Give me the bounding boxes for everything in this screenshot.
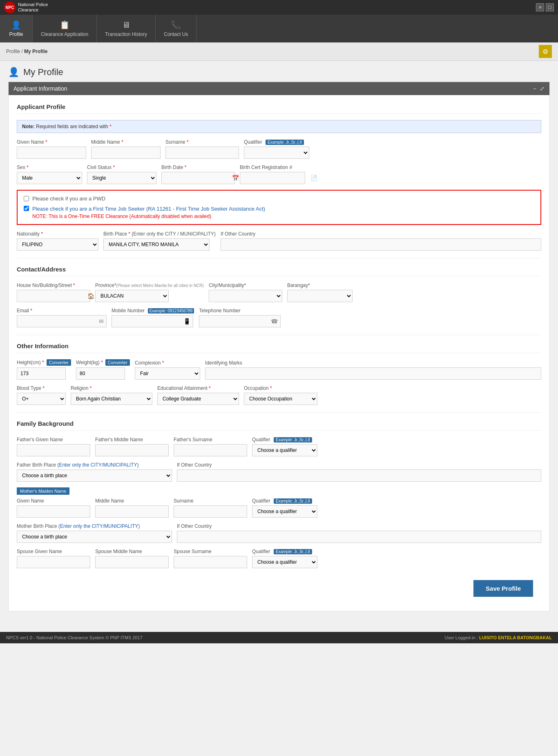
middle-name-input[interactable] xyxy=(91,147,161,159)
footer-bar: NPCS ver1.0 - National Police Clearance … xyxy=(0,632,558,643)
mother-qualifier-label: Qualifier Example: Jr.,Sr.,I,II xyxy=(252,498,317,504)
birth-date-input[interactable] xyxy=(162,172,230,184)
mobile-group: Mobile Number Example: 09123456789 📱 xyxy=(112,308,194,327)
divider-2 xyxy=(17,335,541,335)
father-given-name-input[interactable] xyxy=(17,444,90,456)
card-title: Applicant Information xyxy=(13,85,67,92)
mother-birthplace-row: Mother Birth Place (Enter only the CITY/… xyxy=(17,523,541,543)
given-name-input[interactable] xyxy=(17,147,86,159)
other-country-input[interactable] xyxy=(221,238,541,251)
province-select[interactable]: BULACAN METRO MANILA xyxy=(95,290,169,302)
province-group: Province*(Please select Metro Manila for… xyxy=(95,282,204,302)
mother-given-name-input[interactable] xyxy=(17,505,90,518)
barangay-select[interactable] xyxy=(287,290,353,302)
spouse-given-name-input[interactable] xyxy=(17,556,90,568)
educational-attainment-select[interactable]: College Graduate High School Graduate El… xyxy=(157,393,239,405)
mother-other-country-input[interactable] xyxy=(177,531,541,543)
pwd-checkbox[interactable] xyxy=(24,196,29,201)
breadcrumb-bar: Profile / My Profile ⚙ xyxy=(0,42,558,61)
breadcrumb-parent[interactable]: Profile xyxy=(6,49,20,54)
father-birth-place-select[interactable]: Choose a birth place xyxy=(17,469,172,482)
birth-place-group: Birth Place * (Enter only the CITY / MUN… xyxy=(103,231,216,251)
father-qualifier-group: Qualifier Example: Jr.,Sr.,I,II Choose a… xyxy=(252,437,317,456)
father-surname-label: Father's Surname xyxy=(174,437,247,442)
ftjs-checkbox[interactable] xyxy=(24,206,29,211)
birth-cert-input[interactable] xyxy=(240,172,308,184)
nav-history[interactable]: 🖥 Transaction History xyxy=(97,15,156,42)
mother-birth-place-select[interactable]: Choose a birth place xyxy=(17,531,172,543)
middle-name-label: Middle Name * xyxy=(91,139,161,145)
spouse-qualifier-select[interactable]: Choose a qualifier Jr. Sr. I II xyxy=(252,556,317,568)
mother-given-name-group: Given Name xyxy=(17,498,90,518)
birth-place-select[interactable]: MANILA CITY, METRO MANILA xyxy=(103,238,210,251)
telephone-input[interactable] xyxy=(199,316,268,327)
nav-clearance[interactable]: 📋 Clearance Application xyxy=(33,15,97,42)
applicant-profile-title: Applicant Profile xyxy=(17,103,541,114)
nationality-select[interactable]: FILIPINO FOREIGNER xyxy=(17,238,98,251)
pwd-label[interactable]: Please check if you are a PWD xyxy=(32,196,105,202)
telephone-input-wrapper: ☎ xyxy=(199,315,281,327)
history-icon: 🖥 xyxy=(122,20,130,30)
height-group: Height(cm) * Converter xyxy=(17,359,71,380)
civil-status-select[interactable]: Single Married Widowed Separated xyxy=(87,172,156,184)
father-qualifier-select[interactable]: Choose a qualifier Jr. Sr. I II xyxy=(252,444,317,456)
restore-btn[interactable]: ☐ xyxy=(546,3,554,11)
save-profile-button[interactable]: Save Profile xyxy=(473,580,533,597)
minimize-btn[interactable]: − xyxy=(533,85,536,92)
close-btn[interactable]: ✕ xyxy=(536,3,544,11)
city-municipality-select[interactable] xyxy=(209,290,282,302)
identifying-marks-label: Identifying Marks xyxy=(205,360,541,366)
mother-middle-name-input[interactable] xyxy=(95,505,169,518)
religion-select[interactable]: Born Again Christian Catholic Islam Othe… xyxy=(71,393,152,405)
mobile-input[interactable] xyxy=(112,316,181,327)
father-middle-name-input[interactable] xyxy=(95,444,169,456)
divider-3 xyxy=(17,412,541,413)
nav-contact[interactable]: 📞 Contact Us xyxy=(156,15,196,42)
card-controls: − ⤢ xyxy=(533,85,545,92)
contact-address-title: Contact/Address xyxy=(17,266,541,276)
mother-surname-group: Surname xyxy=(174,498,247,518)
email-input[interactable] xyxy=(17,316,96,327)
weight-converter-btn[interactable]: Converter xyxy=(105,359,130,366)
identifying-marks-input[interactable] xyxy=(205,367,541,380)
address-row-1: House No/Building/Street * 🏠 Province*(P… xyxy=(17,282,541,302)
mother-birth-place-group: Mother Birth Place (Enter only the CITY/… xyxy=(17,523,172,543)
nav-profile[interactable]: 👤 Profile xyxy=(0,15,33,42)
sex-select[interactable]: Male Female xyxy=(17,172,82,184)
ftjs-check-line: Please check if you are a First Time Job… xyxy=(24,206,534,219)
birth-cert-group: Birth Cert Registration # 📄 xyxy=(240,165,305,184)
father-qualifier-label: Qualifier Example: Jr.,Sr.,I,II xyxy=(252,437,317,442)
mobile-example: Example: 09123456789 xyxy=(148,308,194,314)
civil-status-label: Civil Status * xyxy=(87,165,156,170)
father-surname-input[interactable] xyxy=(174,444,247,456)
blood-type-select[interactable]: O+ O- A+ A- B+ B- AB+ AB- xyxy=(17,393,66,405)
father-surname-group: Father's Surname xyxy=(174,437,247,456)
weight-input[interactable] xyxy=(76,367,125,380)
surname-input[interactable] xyxy=(165,147,239,159)
pwd-check-line: Please check if you are a PWD xyxy=(24,196,534,202)
birth-date-input-wrapper: 📅 xyxy=(161,172,235,184)
clearance-icon: 📋 xyxy=(60,20,70,30)
mother-qualifier-select[interactable]: Choose a qualifier Jr. Sr. I II xyxy=(252,505,317,518)
qualifier-group: Qualifier Example: Jr.,Sr.,I,II Jr. Sr. … xyxy=(244,139,309,159)
mother-middle-name-group: Middle Name xyxy=(95,498,169,518)
father-other-country-input[interactable] xyxy=(177,469,541,482)
spouse-surname-input[interactable] xyxy=(174,556,247,568)
complexion-select[interactable]: Fair Dark Medium Light xyxy=(135,367,200,380)
mother-surname-input[interactable] xyxy=(174,505,247,518)
qualifier-select[interactable]: Jr. Sr. I II xyxy=(244,147,309,159)
height-converter-btn[interactable]: Converter xyxy=(47,359,71,366)
mother-surname-label: Surname xyxy=(174,498,247,504)
settings-button[interactable]: ⚙ xyxy=(539,45,552,58)
mother-maiden-badge: Mother's Maiden Name xyxy=(17,487,69,495)
nav-clearance-label: Clearance Application xyxy=(41,31,88,37)
occupation-select[interactable]: Choose Occupation xyxy=(244,393,317,405)
phone-icon: 📱 xyxy=(181,318,193,325)
spouse-middle-name-input[interactable] xyxy=(95,556,169,568)
province-label: Province*(Please select Metro Manila for… xyxy=(95,282,204,288)
pwd-section: Please check if you are a PWD Please che… xyxy=(17,190,541,225)
height-input[interactable] xyxy=(17,367,66,380)
ftjs-label[interactable]: Please check if you are a First Time Job… xyxy=(32,206,265,212)
maximize-btn[interactable]: ⤢ xyxy=(540,85,545,92)
house-no-input[interactable] xyxy=(17,290,85,302)
